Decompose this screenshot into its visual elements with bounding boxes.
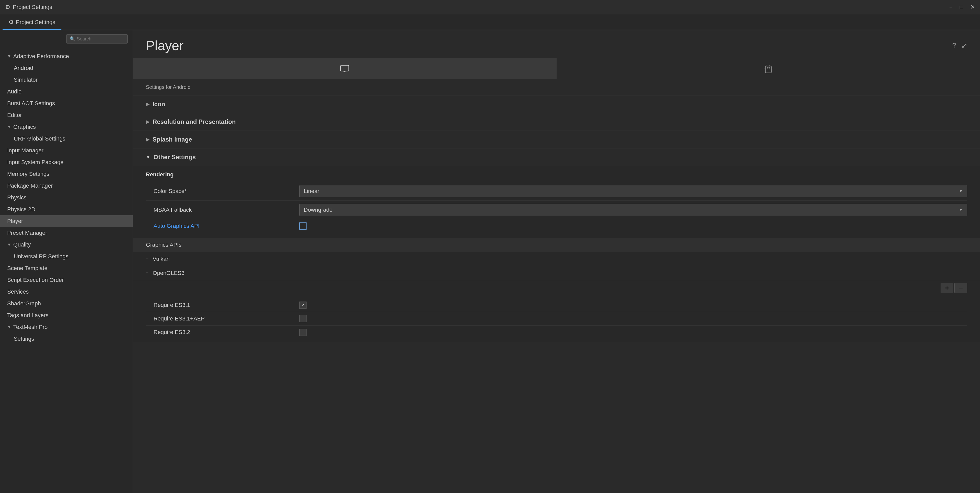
sidebar-item-memory-settings[interactable]: Memory Settings <box>0 168 133 180</box>
sidebar-item-editor[interactable]: Editor <box>0 109 133 121</box>
sidebar-item-tags-and-layers[interactable]: Tags and Layers <box>0 310 133 321</box>
svg-rect-0 <box>340 65 349 71</box>
auto-graphics-checkbox[interactable] <box>299 222 307 230</box>
platform-tab-android[interactable] <box>557 58 980 79</box>
sidebar-item-simulator[interactable]: Simulator <box>0 74 133 86</box>
tab-project-settings[interactable]: ⚙ Project Settings <box>3 16 61 30</box>
drag-handle-icon: ≡ <box>146 271 149 276</box>
sidebar-item-universal-rp[interactable]: Universal RP Settings <box>0 250 133 262</box>
sidebar-item-scene-template[interactable]: Scene Template <box>0 262 133 274</box>
maximize-button[interactable]: □ <box>960 4 963 11</box>
minimize-button[interactable]: − <box>949 4 953 11</box>
setting-row-color-space: Color Space* Linear ▼ <box>146 182 967 201</box>
require-es31-checkbox[interactable]: ✓ <box>299 302 307 309</box>
platform-tab-desktop[interactable] <box>133 58 557 79</box>
sidebar-item-player[interactable]: Player <box>0 215 133 227</box>
sidebar-item-shadergraph[interactable]: ShaderGraph <box>0 298 133 310</box>
sidebar-item-input-manager[interactable]: Input Manager <box>0 145 133 156</box>
sidebar-item-label: Graphics <box>13 124 36 130</box>
svg-line-4 <box>767 65 767 66</box>
app-title: Project Settings <box>13 4 52 11</box>
sidebar-item-label: Adaptive Performance <box>13 53 69 60</box>
sidebar-item-label: URP Global Settings <box>14 136 65 142</box>
expand-icon[interactable]: ⤢ <box>961 41 967 50</box>
sidebar-item-label: Simulator <box>14 77 38 83</box>
auto-graphics-label[interactable]: Auto Graphics API <box>146 223 299 229</box>
dropdown-caret-icon: ▼ <box>959 207 963 212</box>
color-space-dropdown[interactable]: Linear ▼ <box>299 185 967 197</box>
section-splash-label: Splash Image <box>153 136 192 143</box>
require-es31-label: Require ES3.1 <box>146 302 299 308</box>
require-row-es31: Require ES3.1 ✓ <box>146 298 967 312</box>
app-icon: ⚙ <box>5 4 10 11</box>
title-bar-left: ⚙ Project Settings <box>5 4 52 11</box>
require-es31aep-label: Require ES3.1+AEP <box>146 315 299 322</box>
sidebar-item-label: Services <box>7 289 29 295</box>
msaa-dropdown[interactable]: Downgrade ▼ <box>299 204 967 216</box>
svg-point-9 <box>768 67 769 68</box>
sidebar-item-quality[interactable]: ▼ Quality <box>0 239 133 250</box>
svg-point-8 <box>767 67 768 68</box>
remove-api-button[interactable]: − <box>955 283 967 293</box>
section-arrow-icon: ▶ <box>146 137 150 142</box>
search-icon: 🔍 <box>70 36 75 42</box>
sidebar-item-urp-global[interactable]: URP Global Settings <box>0 133 133 145</box>
sidebar-item-package-manager[interactable]: Package Manager <box>0 180 133 192</box>
sidebar-item-textmesh-pro[interactable]: ▼ TextMesh Pro <box>0 321 133 333</box>
require-es32-checkbox[interactable] <box>299 329 307 336</box>
require-row-es31aep: Require ES3.1+AEP <box>146 312 967 325</box>
section-resolution-header[interactable]: ▶ Resolution and Presentation <box>133 113 980 131</box>
graphics-apis-header: Graphics APIs <box>133 238 980 252</box>
sidebar-item-services[interactable]: Services <box>0 286 133 298</box>
sidebar-item-script-execution[interactable]: Script Execution Order <box>0 274 133 286</box>
content-area: Player ? ⤢ <box>133 30 980 493</box>
sidebar-item-label: Universal RP Settings <box>14 253 68 260</box>
sidebar-item-physics[interactable]: Physics <box>0 192 133 204</box>
sidebar-item-physics-2d[interactable]: Physics 2D <box>0 204 133 215</box>
sidebar-item-audio[interactable]: Audio <box>0 86 133 97</box>
sidebar-item-graphics[interactable]: ▼ Graphics <box>0 121 133 133</box>
sidebar-item-label: Physics <box>7 194 27 201</box>
help-icon[interactable]: ? <box>952 41 956 50</box>
search-box[interactable]: 🔍 <box>66 34 128 43</box>
require-section: Require ES3.1 ✓ Require ES3.1+AEP Requir… <box>133 296 980 342</box>
settings-for-label: Settings for Android <box>133 79 980 96</box>
arrow-icon: ▼ <box>7 243 11 247</box>
section-other-header[interactable]: ▼ Other Settings <box>133 148 980 166</box>
sidebar-item-android[interactable]: Android <box>0 62 133 74</box>
section-icon-header[interactable]: ▶ Icon <box>133 96 980 113</box>
window-controls: − □ ✕ <box>949 4 975 11</box>
player-header-icons: ? ⤢ <box>952 41 967 50</box>
section-splash-header[interactable]: ▶ Splash Image <box>133 131 980 148</box>
sidebar-item-label: Package Manager <box>7 182 53 189</box>
require-es31aep-checkbox[interactable] <box>299 315 307 322</box>
title-bar: ⚙ Project Settings − □ ✕ <box>0 0 980 14</box>
search-input[interactable] <box>77 36 124 42</box>
close-button[interactable]: ✕ <box>970 4 975 11</box>
api-item-opengles3: ≡ OpenGLES3 <box>133 266 980 280</box>
sidebar-nav: ▼ Adaptive Performance Android Simulator… <box>0 48 133 347</box>
add-api-button[interactable]: + <box>940 283 953 293</box>
sidebar-item-label: Scene Template <box>7 265 47 271</box>
sidebar-item-preset-manager[interactable]: Preset Manager <box>0 227 133 239</box>
main-container: 🔍 ▼ Adaptive Performance Android Simulat… <box>0 30 980 493</box>
color-space-value: Linear ▼ <box>299 185 967 197</box>
api-item-label: Vulkan <box>153 256 170 262</box>
section-arrow-icon: ▶ <box>146 101 150 107</box>
sidebar-item-input-system[interactable]: Input System Package <box>0 156 133 168</box>
auto-graphics-value <box>299 222 967 230</box>
sidebar-item-burst-aot[interactable]: Burst AOT Settings <box>0 97 133 109</box>
sidebar-item-textmesh-settings[interactable]: Settings <box>0 333 133 345</box>
require-es32-label: Require ES3.2 <box>146 329 299 335</box>
other-settings-content: Rendering Color Space* Linear ▼ MSAA Fal… <box>133 166 980 238</box>
sidebar: 🔍 ▼ Adaptive Performance Android Simulat… <box>0 30 133 493</box>
section-arrow-icon: ▶ <box>146 119 150 124</box>
sidebar-item-label: ShaderGraph <box>7 300 41 307</box>
setting-row-msaa: MSAA Fallback Downgrade ▼ <box>146 201 967 219</box>
sidebar-item-label: Settings <box>14 335 34 342</box>
sidebar-item-label: Tags and Layers <box>7 312 48 319</box>
tab-label: Project Settings <box>16 19 55 26</box>
section-arrow-icon: ▼ <box>146 155 150 160</box>
sidebar-item-adaptive-performance[interactable]: ▼ Adaptive Performance <box>0 50 133 62</box>
api-item-label: OpenGLES3 <box>153 270 185 276</box>
